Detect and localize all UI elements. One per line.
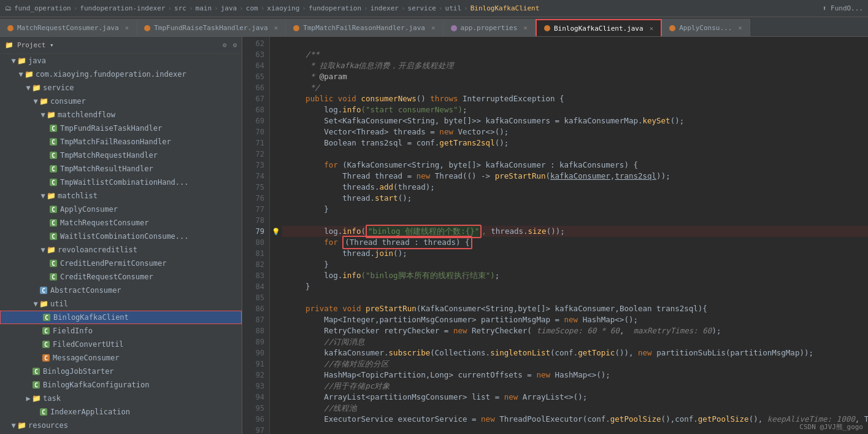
code-content[interactable]: /** * 拉取kafka信息消费，开启多线程处理 * @param */ pu…	[282, 37, 868, 434]
breadcrumb-fund-operation[interactable]: fund_operation	[14, 4, 71, 12]
tree-fieldinfo[interactable]: C FieldInfo	[0, 324, 242, 338]
class-tmpmatch-result-icon: C	[49, 165, 58, 173]
tab-close-tmp-fund[interactable]: ×	[274, 24, 278, 32]
code-line-63: /**	[282, 49, 868, 60]
str-83: ("binlog脚本所有的线程执行结束")	[361, 270, 494, 281]
tree-binlogconfig-label: BinlogKafkaConfiguration	[43, 381, 149, 389]
tree-java[interactable]: ▼ 📁 java	[0, 54, 242, 68]
tree-service[interactable]: ▼ 📁 service	[0, 81, 242, 95]
code-line-72	[282, 149, 868, 160]
tree-match-request-consumer[interactable]: C MatchRequestConsumer	[0, 216, 242, 230]
tab-dot-app-props	[451, 25, 457, 31]
arrow-service: ▼	[25, 84, 32, 91]
bulb-icon[interactable]: 💡	[272, 228, 280, 236]
tree-abstract-consumer[interactable]: C AbstractConsumer	[0, 284, 242, 297]
tab-close-app-props[interactable]: ×	[523, 24, 528, 32]
class-filed-convert-icon: C	[42, 340, 50, 349]
tab-match-request[interactable]: MatchRequestConsumer.java ×	[0, 19, 137, 36]
tree-util[interactable]: ▼ 📁 util	[0, 297, 242, 311]
tree-waitlist-comb[interactable]: C WaitlistCombinationConsume...	[0, 230, 242, 243]
tab-tmp-fund[interactable]: TmpFundRaiseTaskHandler.java ×	[137, 19, 286, 36]
arrow-java: ▼	[10, 57, 17, 64]
tree-credit-lend[interactable]: C CreditLendPermitConsumer	[0, 257, 242, 270]
watermark: CSDN @JVJ熊_gogo	[799, 422, 863, 432]
tree-binlog-job[interactable]: C BinlogJobStarter	[0, 365, 242, 378]
plain-90-2: (Collections.	[430, 347, 490, 358]
breadcrumb-com[interactable]: com	[246, 4, 258, 12]
breadcrumb-indexer2[interactable]: indexer	[371, 4, 399, 12]
sidebar-project-label: Project ▾	[17, 41, 54, 49]
tree-binlog-kafka-client[interactable]: C BinlogKafkaClient	[0, 311, 242, 324]
kw-void-86: void	[342, 303, 366, 314]
breadcrumb-service[interactable]: service	[408, 4, 436, 12]
tab-tmp-match[interactable]: TmpMatchFailReasonHandler.java ×	[286, 19, 443, 36]
class-tmpwait-icon: C	[49, 178, 58, 187]
tree-waitlist-label: WaitlistCombinationConsume...	[60, 232, 189, 241]
class-tmpfund-icon: C	[49, 124, 58, 133]
tree-task[interactable]: ▶ 📁 task	[0, 392, 242, 405]
plain-70-2: Vector<>();	[458, 126, 509, 138]
breadcrumb-src[interactable]: src	[174, 4, 186, 12]
comment-93: //用于存储pc对象	[287, 381, 390, 392]
plain-83-1: log.	[287, 270, 342, 281]
sidebar-action-settings[interactable]: ⚙	[232, 41, 237, 49]
breadcrumb-java[interactable]: java	[221, 4, 237, 12]
arrow-consumer: ▼	[32, 98, 39, 105]
tab-close-match[interactable]: ×	[125, 24, 129, 32]
plain-96-1: ExecutorService executorService =	[287, 414, 481, 425]
class-msg-consumer-icon: C	[42, 354, 50, 362]
breadcrumb-main[interactable]: main	[196, 4, 212, 12]
tree-tmpmatch-fail-label: TmpMatchFailReasonHandler	[60, 138, 171, 146]
tree-revoloan[interactable]: ▼ 📁 revoloancreditlist	[0, 243, 242, 257]
tree-com-xiaoying[interactable]: ▼ 📁 com.xiaoying.fundoperation.indexer	[0, 68, 242, 81]
tab-app-props[interactable]: app.properties ×	[444, 19, 536, 36]
plain-88-4: );	[712, 325, 721, 336]
tab-close-apply[interactable]: ×	[738, 24, 742, 32]
plain-74-5: ));	[656, 171, 670, 182]
method-info-68: info	[342, 104, 361, 115]
tree-tmpwaitlist[interactable]: C TmpWaitlistCombinationHand...	[0, 176, 242, 189]
tab-binlog-kafka[interactable]: BinlogKafkaClient.java ×	[536, 19, 662, 36]
tab-apply[interactable]: ApplyConsu... ×	[662, 19, 750, 36]
code-line-75: threads. add (thread);	[282, 182, 868, 193]
tree-tmpmatch-req[interactable]: C TmpMatchRequestHandler	[0, 149, 242, 162]
tree-indexer-app[interactable]: C IndexerApplication	[0, 405, 242, 419]
breadcrumb-indexer[interactable]: fundoperation-indexer	[80, 4, 165, 12]
tree-tmpmatch-result[interactable]: C TmpMatchResultHandler	[0, 162, 242, 176]
breadcrumb-util[interactable]: util	[445, 4, 462, 12]
folder-consumer-icon: 📁	[39, 97, 48, 106]
plain-82: }	[287, 259, 329, 270]
arrow-resources: ▼	[10, 422, 17, 429]
tree-tmpmatch-fail[interactable]: C TmpMatchFailReasonHandler	[0, 135, 242, 149]
plain-67: ()	[417, 93, 431, 104]
code-line-93: //用于存储pc对象	[282, 381, 868, 392]
method-gettopic: getTopic	[578, 347, 615, 358]
code-line-73: for (KafkaConsumer<String, byte[]> kafka…	[282, 160, 868, 171]
tab-close-tmp-match[interactable]: ×	[431, 24, 436, 32]
tab-dot-apply	[669, 25, 675, 31]
kw-new-92: new	[536, 370, 555, 381]
breadcrumb-binlog[interactable]: BinlogKafkaClient	[470, 4, 540, 12]
tree-resources[interactable]: ▼ 📁 resources	[0, 419, 242, 432]
tree-binlog-config[interactable]: C BinlogKafkaConfiguration	[0, 378, 242, 392]
sidebar-action-sync[interactable]: ⚙	[223, 41, 227, 49]
tree-consumer[interactable]: ▼ 📁 consumer	[0, 95, 242, 108]
tree-filed-convert[interactable]: C FiledConvertUtil	[0, 338, 242, 351]
main-layout: 📁 Project ▾ ⚙ ⚙ ▼ 📁 java ▼ 📁 com.xiaoyin…	[0, 37, 868, 434]
breadcrumb-xiaoying[interactable]: xiaoying	[267, 4, 299, 12]
kw-new-70: new	[439, 126, 458, 138]
breadcrumb-fundoperation[interactable]: fundoperation	[309, 4, 361, 12]
tree-tmpfund[interactable]: C TmpFundRaiseTaskHandler	[0, 122, 242, 135]
tree-msg-consumer[interactable]: C MessageConsumer	[0, 351, 242, 365]
plain-interrupted: InterruptedException {	[463, 93, 564, 104]
tree-credit-request[interactable]: C CreditRequestConsumer	[0, 270, 242, 284]
tree-matchlist[interactable]: ▼ 📁 matchlist	[0, 189, 242, 203]
tree-matchlendflow[interactable]: ▼ 📁 matchlendflow	[0, 108, 242, 122]
tab-close-binlog[interactable]: ×	[650, 25, 654, 33]
tree-apply-consumer[interactable]: C ApplyConsumer	[0, 203, 242, 216]
kw-for-80: for	[287, 237, 342, 248]
arrow-task: ▶	[25, 395, 32, 402]
tree-service-label: service	[43, 83, 74, 92]
class-creditlend-icon: C	[49, 259, 58, 268]
method-prestartrun-86: preStartRun	[366, 303, 417, 314]
